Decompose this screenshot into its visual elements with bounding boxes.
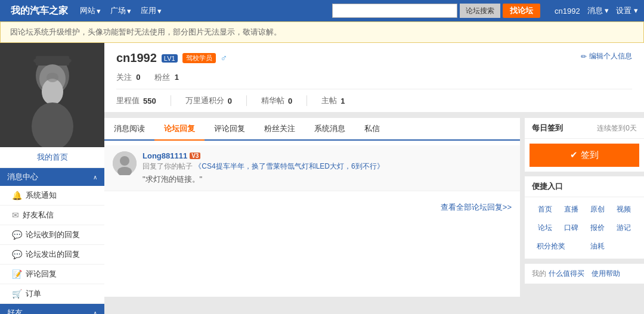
message-quote: "求灯泡的链接。" xyxy=(143,174,512,185)
edit-icon: ✏ xyxy=(581,52,587,61)
stat-mileage: 里程值 550 xyxy=(116,95,171,106)
sidebar-section-messages: 消息中心 ∧ xyxy=(0,168,104,186)
bottom-text2[interactable]: 什么值得买 xyxy=(549,269,584,279)
sidebar-item-order[interactable]: 🛒 订单 xyxy=(0,284,104,304)
shortcuts-widget: 便捷入口 首页 直播 原创 视频 论坛 口碑 报价 游记 积分抢奖 xyxy=(525,176,644,259)
header-username[interactable]: cn1992 xyxy=(555,7,580,15)
tab-message-read[interactable]: 消息阅读 xyxy=(104,118,154,139)
follow-count-link[interactable]: 0 xyxy=(136,73,140,82)
search-input[interactable] xyxy=(332,4,457,18)
profile-header: cn1992 LV1 驾校学员 ♂ ✏ 编辑个人信息 关注 0 粉丝 1 xyxy=(104,43,644,112)
nav-app[interactable]: 应用 ▾ xyxy=(141,5,162,16)
nav-website[interactable]: 网站 ▾ xyxy=(80,5,101,16)
daily-sign-widget: 每日签到 连续签到0天 ✔ 签到 xyxy=(525,118,644,172)
sign-in-button[interactable]: ✔ 签到 xyxy=(530,144,639,167)
notice-text: 因论坛系统升级维护，头像功能暂时无法使用，部分图片无法显示，敬请谅解。 xyxy=(10,27,281,36)
message-post-link[interactable]: 《CS4提车半年，换了雪莱特氙气灯和LED大灯，6到不行》 xyxy=(194,162,383,170)
tab-pm[interactable]: 私信 xyxy=(355,118,389,139)
bottom-widget-footer: 我的 什么值得买 使用帮助 xyxy=(525,263,644,284)
shortcut-fuel[interactable]: 油耗 xyxy=(584,239,611,254)
follow-count: 关注 0 xyxy=(116,72,140,83)
sidebar-item-forum-received[interactable]: 💬 论坛收到的回复 xyxy=(0,225,104,245)
shortcut-travel[interactable]: 游记 xyxy=(611,220,637,235)
nav-plaza[interactable]: 广场 ▾ xyxy=(110,5,131,16)
message-item: Long881111 V3 回复了你的帖子 《CS4提车半年，换了雪莱特氙气灯和… xyxy=(104,145,520,191)
stat-points-value: 0 xyxy=(228,97,232,105)
comment-icon: 📝 xyxy=(12,269,22,279)
tab-fans[interactable]: 粉丝关注 xyxy=(255,118,305,139)
bottom-text3[interactable]: 使用帮助 xyxy=(592,269,620,279)
main-container: 我的首页 消息中心 ∧ 🔔 系统通知 ✉ 好友私信 💬 论坛收到的回复 💬 论坛… xyxy=(0,43,644,314)
header-settings[interactable]: 设置 ▾ xyxy=(616,5,638,16)
search-area: 论坛搜索 找论坛 xyxy=(332,4,540,18)
bell-icon: 🔔 xyxy=(12,191,22,200)
shortcut-grid: 首页 直播 原创 视频 论坛 口碑 报价 游记 积分抢奖 油耗 xyxy=(532,202,637,254)
shortcut-original[interactable]: 原创 xyxy=(584,202,611,217)
header: 我的汽车之家 网站 ▾ 广场 ▾ 应用 ▾ 论坛搜索 找论坛 cn1992 消息… xyxy=(0,0,644,21)
sidebar-menu-messages: 🔔 系统通知 ✉ 好友私信 💬 论坛收到的回复 💬 论坛发出的回复 📝 评论回复… xyxy=(0,186,104,304)
message-body: Long881111 V3 回复了你的帖子 《CS4提车半年，换了雪莱特氙气灯和… xyxy=(143,151,512,185)
shortcut-live[interactable]: 直播 xyxy=(558,202,584,217)
shortcut-home[interactable]: 首页 xyxy=(532,202,558,217)
message-username: Long881111 V3 xyxy=(143,151,512,160)
svg-point-5 xyxy=(42,79,63,105)
shortcut-forum[interactable]: 论坛 xyxy=(532,220,558,235)
shortcut-reputation[interactable]: 口碑 xyxy=(558,220,584,235)
my-home-link[interactable]: 我的首页 xyxy=(0,147,104,168)
profile-top: cn1992 LV1 驾校学员 ♂ ✏ 编辑个人信息 xyxy=(116,51,632,65)
message-user-avatar xyxy=(113,151,137,175)
cart-icon: 🛒 xyxy=(12,289,22,299)
collapse-friends-icon[interactable]: ∧ xyxy=(93,310,97,315)
left-sidebar: 我的首页 消息中心 ∧ 🔔 系统通知 ✉ 好友私信 💬 论坛收到的回复 💬 论坛… xyxy=(0,43,104,314)
header-right: cn1992 消息 ▾ 设置 ▾ xyxy=(555,5,638,16)
collapse-icon[interactable]: ∧ xyxy=(93,174,97,181)
find-forum-button[interactable]: 找论坛 xyxy=(503,4,540,18)
svg-point-7 xyxy=(47,73,58,82)
nav: 网站 ▾ 广场 ▾ 应用 ▾ xyxy=(80,5,162,16)
logo[interactable]: 我的汽车之家 xyxy=(6,2,73,20)
shortcuts-grid-area: 首页 直播 原创 视频 论坛 口碑 报价 游记 积分抢奖 油耗 xyxy=(525,197,644,259)
sidebar-item-friend-pm[interactable]: ✉ 好友私信 xyxy=(0,206,104,225)
chat-icon: 💬 xyxy=(12,230,22,240)
bottom-widget: 我的 什么值得买 使用帮助 xyxy=(525,263,644,284)
stat-posts-value: 1 xyxy=(340,97,345,105)
sidebar-item-forum-sent[interactable]: 💬 论坛发出的回复 xyxy=(0,245,104,265)
view-all-link[interactable]: 查看全部论坛回复>> xyxy=(104,196,520,219)
sidebar-item-system-notice[interactable]: 🔔 系统通知 xyxy=(0,186,104,206)
profile-name-area: cn1992 LV1 驾校学员 ♂ xyxy=(116,51,228,65)
fans-count-link[interactable]: 1 xyxy=(175,73,179,82)
right-area: cn1992 LV1 驾校学员 ♂ ✏ 编辑个人信息 关注 0 粉丝 1 xyxy=(104,43,644,314)
tab-forum-reply[interactable]: 论坛回复 xyxy=(154,118,205,141)
shortcut-price[interactable]: 报价 xyxy=(584,220,611,235)
shortcut-points[interactable]: 积分抢奖 xyxy=(532,239,584,254)
user-badge: V3 xyxy=(190,153,200,159)
shortcut-video[interactable]: 视频 xyxy=(611,202,637,217)
sidebar-section-friends: 好友 ∧ xyxy=(0,304,104,314)
role-badge: 驾校学员 xyxy=(182,53,216,63)
bottom-text1: 我的 xyxy=(532,269,546,279)
tab-system[interactable]: 系统消息 xyxy=(305,118,355,139)
daily-sign-header: 每日签到 连续签到0天 xyxy=(525,118,644,139)
fans-count: 粉丝 1 xyxy=(154,72,178,83)
svg-rect-3 xyxy=(36,56,69,66)
right-widgets: 每日签到 连续签到0天 ✔ 签到 便捷入口 首页 直播 xyxy=(525,118,644,297)
notice-bar: 因论坛系统升级维护，头像功能暂时无法使用，部分图片无法显示，敬请谅解。 xyxy=(0,21,644,43)
stat-mileage-value: 550 xyxy=(143,97,156,105)
avatar-image xyxy=(0,43,104,147)
sidebar-item-comment-reply[interactable]: 📝 评论回复 xyxy=(0,265,104,284)
gender-icon: ♂ xyxy=(221,53,228,64)
tabs: 消息阅读 论坛回复 评论回复 粉丝关注 系统消息 私信 xyxy=(104,118,520,141)
avatar-area xyxy=(0,43,104,147)
stat-featured-value: 0 xyxy=(288,97,292,105)
profile-username: cn1992 xyxy=(116,51,157,65)
tab-comment-reply[interactable]: 评论回复 xyxy=(205,118,255,139)
stat-featured: 精华帖 0 xyxy=(247,95,307,106)
shortcuts-header: 便捷入口 xyxy=(525,176,644,197)
mail-icon: ✉ xyxy=(12,210,19,220)
edit-profile-link[interactable]: ✏ 编辑个人信息 xyxy=(581,51,632,61)
streak-label: 连续签到0天 xyxy=(597,123,637,133)
forum-search-button[interactable]: 论坛搜索 xyxy=(460,4,500,18)
stats-row: 里程值 550 万里通积分 0 精华帖 0 主帖 1 xyxy=(116,89,632,112)
sign-btn-area: ✔ 签到 xyxy=(525,139,644,172)
header-messages[interactable]: 消息 ▾ xyxy=(587,5,609,16)
